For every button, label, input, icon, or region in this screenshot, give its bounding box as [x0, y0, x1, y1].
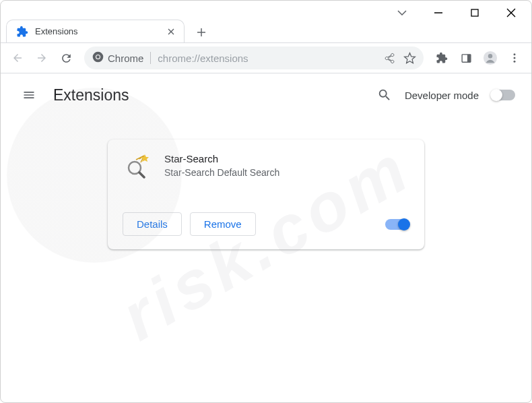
svg-point-15 [514, 53, 516, 55]
close-window-button[interactable] [503, 5, 519, 21]
chrome-logo-icon [92, 51, 104, 65]
search-icon[interactable] [376, 87, 393, 103]
extension-app-icon [123, 153, 149, 180]
page-header: Extensions Developer mode [1, 73, 531, 117]
hamburger-menu-icon[interactable] [17, 83, 41, 107]
svg-point-14 [488, 54, 492, 58]
window-controls [1, 1, 531, 17]
svg-line-20 [139, 173, 144, 177]
omnibox-url: chrome://extensions [158, 53, 379, 64]
page-title: Extensions [53, 86, 129, 104]
extensions-icon[interactable] [430, 46, 453, 69]
developer-mode-label: Developer mode [405, 90, 479, 101]
side-panel-icon[interactable] [455, 46, 477, 69]
svg-point-10 [96, 55, 100, 59]
svg-point-19 [131, 164, 135, 168]
bookmark-star-icon[interactable] [399, 48, 420, 68]
profile-avatar-icon[interactable] [479, 46, 502, 69]
dropdown-chevron-icon[interactable] [394, 5, 410, 21]
omnibox-label: Chrome [108, 53, 143, 64]
extension-enable-toggle[interactable] [385, 219, 409, 230]
share-icon[interactable] [379, 48, 399, 68]
svg-point-16 [514, 57, 516, 59]
close-tab-icon[interactable] [165, 26, 177, 38]
back-button[interactable] [6, 46, 29, 69]
extension-card: Star-Search Star-Search Default Search D… [108, 140, 424, 249]
minimize-button[interactable] [430, 5, 446, 21]
reload-button[interactable] [55, 46, 77, 69]
page-content: Extensions Developer mode [1, 73, 531, 272]
tab-strip: Extensions [1, 17, 531, 42]
extension-name: Star-Search [164, 153, 279, 164]
svg-rect-12 [467, 54, 470, 61]
browser-tab[interactable]: Extensions [6, 20, 185, 42]
maximize-button[interactable] [467, 5, 483, 21]
svg-point-17 [514, 61, 516, 63]
new-tab-button[interactable] [191, 22, 211, 42]
details-button[interactable]: Details [123, 212, 182, 236]
developer-mode-toggle[interactable] [491, 90, 515, 100]
puzzle-piece-icon [16, 26, 28, 38]
svg-rect-1 [471, 9, 478, 16]
remove-button[interactable]: Remove [190, 212, 256, 236]
address-bar[interactable]: Chrome chrome://extensions [84, 46, 424, 69]
browser-toolbar: Chrome chrome://extensions [1, 42, 531, 73]
kebab-menu-icon[interactable] [503, 46, 526, 69]
tab-title: Extensions [35, 26, 165, 36]
forward-button[interactable] [30, 46, 53, 69]
extension-description: Star-Search Default Search [164, 167, 279, 178]
